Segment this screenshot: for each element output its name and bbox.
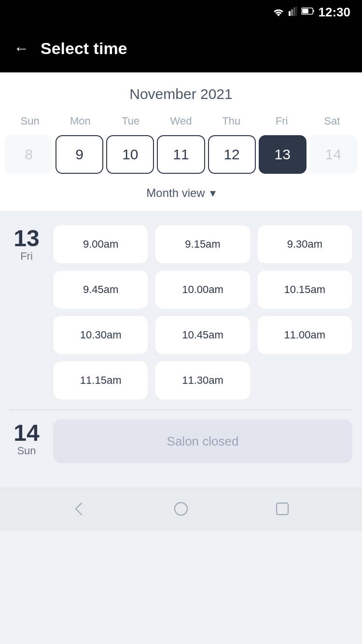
status-bar: 12:30: [0, 0, 362, 24]
weekday-sun: Sun: [5, 113, 55, 129]
weekday-fri: Fri: [256, 113, 306, 129]
weekday-thu: Thu: [206, 113, 256, 129]
nav-back-button[interactable]: [68, 497, 92, 521]
day-block-14: 14 Sun Salon closed: [10, 420, 352, 463]
weekday-sat: Sat: [307, 113, 357, 129]
time-slot-1115am[interactable]: 11.15am: [53, 361, 148, 400]
status-icons: 12:30: [272, 5, 351, 20]
day-cell-11[interactable]: 11: [157, 135, 205, 174]
weekday-wed: Wed: [156, 113, 206, 129]
calendar-section: November 2021 Sun Mon Tue Wed Thu Fri Sa…: [0, 72, 362, 210]
time-slot-1015am[interactable]: 10.15am: [257, 270, 352, 309]
svg-rect-3: [296, 6, 297, 16]
bottom-nav: [0, 487, 362, 531]
day-name-13: Fri: [20, 250, 33, 263]
time-slot-915am[interactable]: 9.15am: [155, 225, 250, 264]
nav-recents-button[interactable]: [270, 497, 294, 521]
day-number-14: 14: [14, 421, 39, 445]
time-slots-grid-13: 9.00am 9.15am 9.30am 9.45am 10.00am 10.1…: [53, 225, 352, 400]
battery-icon: [301, 7, 315, 17]
day-cell-8[interactable]: 8: [5, 135, 53, 174]
back-button[interactable]: ←: [14, 40, 29, 57]
day-name-14: Sun: [17, 445, 36, 457]
svg-rect-0: [289, 11, 291, 16]
time-slot-1045am[interactable]: 10.45am: [155, 316, 250, 354]
weekday-tue: Tue: [106, 113, 156, 129]
month-year-label: November 2021: [0, 86, 362, 102]
day-label-13: 13 Fri: [10, 225, 43, 400]
weekdays-row: Sun Mon Tue Wed Thu Fri Sat: [0, 113, 362, 129]
day-block-13: 13 Fri 9.00am 9.15am 9.30am 9.45am 10.00…: [10, 225, 352, 400]
day-cell-12[interactable]: 12: [208, 135, 256, 174]
time-slot-1130am[interactable]: 11.30am: [155, 361, 250, 400]
time-slot-900am[interactable]: 9.00am: [53, 225, 148, 264]
weekday-mon: Mon: [55, 113, 105, 129]
time-slot-1100am[interactable]: 11.00am: [257, 316, 352, 354]
time-slot-1030am[interactable]: 10.30am: [53, 316, 148, 354]
day-cell-13[interactable]: 13: [259, 135, 306, 174]
time-slot-945am[interactable]: 9.45am: [53, 270, 148, 309]
wifi-icon: [272, 7, 285, 17]
chevron-down-icon: ▾: [210, 186, 216, 200]
day-label-14: 14 Sun: [10, 420, 43, 463]
nav-home-button[interactable]: [169, 497, 193, 521]
time-slot-930am[interactable]: 9.30am: [257, 225, 352, 264]
signal-icon: [289, 6, 297, 18]
svg-rect-8: [277, 503, 288, 515]
day-divider: [10, 409, 352, 410]
month-view-toggle[interactable]: Month view ▾: [0, 182, 362, 210]
day-cell-9[interactable]: 9: [56, 135, 103, 174]
page-title: Select time: [41, 39, 127, 58]
days-row: 8 9 10 11 12 13 14: [0, 135, 362, 174]
status-time: 12:30: [319, 5, 351, 20]
header: ← Select time: [0, 24, 362, 72]
svg-rect-2: [293, 7, 295, 16]
time-slot-1000am[interactable]: 10.00am: [155, 270, 250, 309]
svg-rect-5: [313, 10, 314, 13]
svg-point-7: [175, 503, 187, 515]
svg-rect-6: [302, 9, 308, 13]
time-section: 13 Fri 9.00am 9.15am 9.30am 9.45am 10.00…: [0, 210, 362, 487]
day-number-13: 13: [14, 227, 39, 250]
day-cell-10[interactable]: 10: [106, 135, 154, 174]
salon-closed-message: Salon closed: [53, 420, 352, 463]
svg-rect-1: [291, 9, 293, 16]
month-view-label: Month view: [146, 186, 205, 200]
day-cell-14[interactable]: 14: [309, 135, 357, 174]
